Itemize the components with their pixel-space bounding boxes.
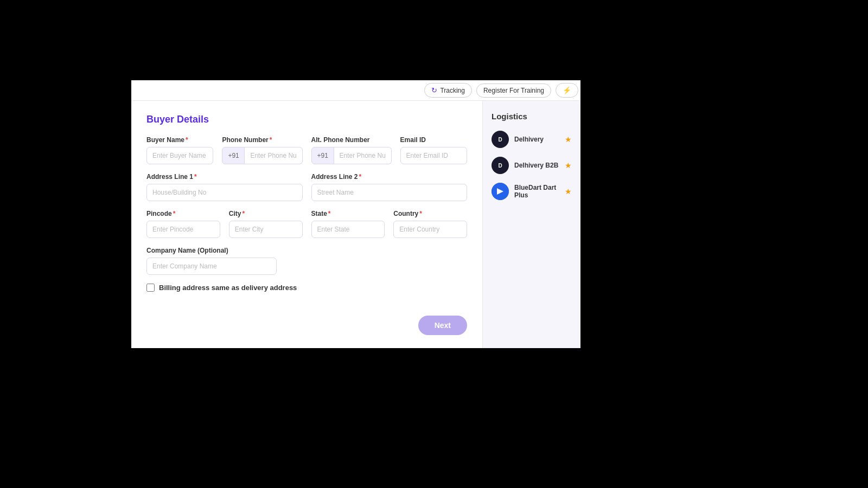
form-row-4: Company Name (Optional): [146, 247, 467, 275]
city-input[interactable]: [229, 221, 303, 238]
delhivery-b2b-name: Delhivery B2B: [514, 162, 559, 169]
logistics-title: Logistics: [492, 112, 572, 121]
email-input[interactable]: [400, 147, 467, 164]
header-bar: ↻ Tracking Register For Training ⚡: [131, 80, 580, 101]
tracking-button[interactable]: ↻ Tracking: [424, 83, 472, 98]
state-label: State*: [311, 210, 385, 217]
email-group: Email ID: [400, 136, 467, 164]
buyer-name-group: Buyer Name*: [146, 136, 213, 164]
form-actions: Next: [146, 303, 467, 335]
next-button[interactable]: Next: [418, 316, 467, 335]
required-star-phone: *: [270, 136, 272, 144]
logistics-item-delhivery: D Delhivery ★: [492, 131, 572, 148]
delhivery-name: Delhivery: [514, 136, 559, 143]
alt-phone-input[interactable]: [334, 147, 392, 164]
logistics-item-delhivery-b2b: D Delhivery B2B ★: [492, 157, 572, 174]
alt-phone-label: Alt. Phone Number: [311, 136, 392, 144]
bluedart-logo: [492, 183, 509, 200]
address-line1-input[interactable]: [146, 184, 303, 201]
alt-phone-prefix: +91: [311, 147, 334, 164]
company-name-group: Company Name (Optional): [146, 247, 277, 275]
address-line2-group: Address Line 2*: [311, 173, 468, 201]
phone-input-wrapper: +91: [222, 147, 302, 164]
billing-checkbox[interactable]: [146, 284, 155, 292]
delhivery-logo: D: [492, 131, 509, 148]
address-line1-label: Address Line 1*: [146, 173, 303, 181]
alt-phone-group: Alt. Phone Number +91: [311, 136, 392, 164]
logistics-item-bluedart: BlueDart Dart Plus ★: [492, 183, 572, 200]
phone-prefix: +91: [222, 147, 245, 164]
tracking-icon: ↻: [431, 86, 437, 94]
form-row-2: Address Line 1* Address Line 2*: [146, 173, 467, 201]
billing-checkbox-row: Billing address same as delivery address: [146, 284, 467, 292]
required-star-addr1: *: [194, 173, 197, 181]
pincode-label: Pincode*: [146, 210, 220, 217]
phone-number-input[interactable]: [245, 147, 302, 164]
form-panel: Buyer Details Buyer Name* Phone Number* …: [131, 101, 483, 348]
city-group: City*: [229, 210, 303, 238]
required-star: *: [186, 136, 188, 144]
address-line1-group: Address Line 1*: [146, 173, 303, 201]
phone-number-label: Phone Number*: [222, 136, 302, 144]
email-label: Email ID: [400, 136, 467, 144]
state-input[interactable]: [311, 221, 385, 238]
pincode-group: Pincode*: [146, 210, 220, 238]
address-line2-input[interactable]: [311, 184, 468, 201]
state-group: State*: [311, 210, 385, 238]
form-title: Buyer Details: [146, 114, 467, 125]
bolt-icon: ⚡: [563, 86, 571, 94]
company-name-label: Company Name (Optional): [146, 247, 277, 254]
required-star-city: *: [242, 210, 245, 217]
main-content: Buyer Details Buyer Name* Phone Number* …: [131, 101, 580, 348]
form-row-1: Buyer Name* Phone Number* +91 Alt. Phone…: [146, 136, 467, 164]
company-name-input[interactable]: [146, 258, 277, 275]
bolt-button[interactable]: ⚡: [556, 83, 578, 98]
register-training-button[interactable]: Register For Training: [476, 84, 551, 98]
city-label: City*: [229, 210, 303, 217]
logistics-panel: Logistics D Delhivery ★ D Delhivery B2B …: [483, 101, 580, 348]
address-line2-label: Address Line 2*: [311, 173, 468, 181]
delhivery-b2b-star: ★: [565, 161, 572, 170]
buyer-name-label: Buyer Name*: [146, 136, 213, 144]
buyer-name-input[interactable]: [146, 147, 213, 164]
required-star-addr2: *: [359, 173, 362, 181]
delhivery-b2b-logo: D: [492, 157, 509, 174]
required-star-country: *: [419, 210, 422, 217]
required-star-pincode: *: [173, 210, 176, 217]
tracking-label: Tracking: [440, 87, 465, 94]
bluedart-star: ★: [565, 187, 572, 196]
alt-phone-input-wrapper: +91: [311, 147, 392, 164]
pincode-input[interactable]: [146, 221, 220, 238]
svg-text:D: D: [498, 137, 502, 143]
bluedart-name: BlueDart Dart Plus: [514, 184, 559, 199]
country-input[interactable]: [393, 221, 467, 238]
country-group: Country*: [393, 210, 467, 238]
country-label: Country*: [393, 210, 467, 217]
register-label: Register For Training: [483, 87, 544, 94]
billing-checkbox-label: Billing address same as delivery address: [159, 284, 297, 292]
delhivery-star: ★: [565, 135, 572, 144]
phone-number-group: Phone Number* +91: [222, 136, 302, 164]
required-star-state: *: [328, 210, 331, 217]
svg-text:D: D: [498, 163, 502, 169]
form-row-3: Pincode* City* State* Country*: [146, 210, 467, 238]
